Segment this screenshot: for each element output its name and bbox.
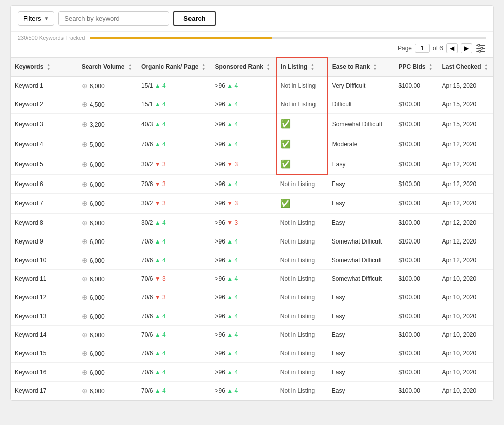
cell-keyword: Keyword 5: [11, 154, 78, 175]
cell-sponsored-rank: >96 ▲ 4: [211, 134, 276, 154]
column-settings-icon[interactable]: [475, 43, 486, 54]
in-listing-check-icon: ✅: [280, 199, 290, 208]
table-row: Keyword 7⊕6,00030/2 ▼ 3>96 ▼ 3✅Easy$100.…: [11, 193, 493, 213]
keywords-table: Keywords ▲▼ Search Volume ▲▼ Organic Ran…: [11, 57, 493, 400]
table-row: Keyword 14⊕6,00070/6 ▲ 4>96 ▲ 4Not in Li…: [11, 325, 493, 344]
cell-sponsored-rank: >96 ▲ 4: [211, 307, 276, 325]
cell-volume: ⊕6,000: [78, 232, 137, 251]
cell-ease-to-rank: Easy: [328, 344, 395, 362]
cell-in-listing: Not in Listing: [276, 232, 328, 251]
sort-icon-organic: ▲▼: [202, 63, 206, 71]
cell-keyword: Keyword 11: [11, 269, 78, 288]
in-listing-check-icon: ✅: [281, 140, 291, 148]
col-header-organic[interactable]: Organic Rank/ Page ▲▼: [137, 57, 211, 77]
cell-volume: ⊕6,000: [78, 288, 137, 307]
organic-rank-change: ▼ 3: [155, 275, 166, 282]
cell-keyword: Keyword 10: [11, 251, 78, 269]
cell-ppc-bids: $100.00: [394, 213, 437, 232]
page-input[interactable]: [415, 44, 430, 53]
cell-volume: ⊕3,200: [78, 114, 137, 134]
keyword-icon[interactable]: ⊕: [82, 160, 88, 168]
cell-last-checked: Apr 10, 2020: [437, 288, 493, 307]
cell-organic-rank: 70/6 ▲ 4: [137, 325, 211, 344]
keyword-icon[interactable]: ⊕: [82, 237, 88, 246]
prev-page-button[interactable]: ◀: [446, 43, 458, 53]
keyword-icon[interactable]: ⊕: [82, 199, 88, 207]
col-header-keywords[interactable]: Keywords ▲▼: [11, 57, 78, 77]
keyword-icon[interactable]: ⊕: [82, 312, 88, 320]
cell-last-checked: Apr 12, 2020: [437, 174, 493, 193]
cell-sponsored-rank: >96 ▲ 4: [211, 77, 276, 95]
next-page-button[interactable]: ▶: [461, 43, 472, 53]
cell-in-listing: Not in Listing: [276, 288, 328, 307]
cell-keyword: Keyword 13: [11, 307, 78, 325]
progress-area: 230/500 Keywords Tracked: [11, 32, 493, 41]
organic-rank-change: ▲ 4: [155, 387, 166, 394]
keyword-icon[interactable]: ⊕: [82, 387, 88, 395]
keyword-icon[interactable]: ⊕: [82, 349, 88, 357]
keyword-icon[interactable]: ⊕: [82, 140, 88, 148]
filter-dropdown[interactable]: Filters ▼: [18, 11, 54, 26]
cell-in-listing: ✅: [276, 114, 328, 134]
not-in-listing-label: Not in Listing: [280, 219, 315, 226]
cell-sponsored-rank: >96 ▲ 4: [211, 174, 276, 193]
cell-volume: ⊕4,500: [78, 95, 137, 114]
col-header-checked[interactable]: Last Checked ▲▼: [437, 57, 493, 77]
table-row: Keyword 12⊕6,00070/6 ▼ 3>96 ▲ 4Not in Li…: [11, 288, 493, 307]
organic-rank-change: ▼ 3: [155, 200, 166, 207]
cell-sponsored-rank: >96 ▼ 3: [211, 193, 276, 213]
cell-organic-rank: 70/6 ▼ 3: [137, 174, 211, 193]
cell-organic-rank: 70/6 ▼ 3: [137, 288, 211, 307]
search-button[interactable]: Search: [173, 11, 215, 26]
col-header-ppc[interactable]: PPC Bids ▲▼: [394, 57, 437, 77]
cell-in-listing: Not in Listing: [276, 251, 328, 269]
cell-organic-rank: 70/6 ▲ 4: [137, 307, 211, 325]
cell-sponsored-rank: >96 ▲ 4: [211, 95, 276, 114]
cell-volume: ⊕6,000: [78, 269, 137, 288]
keyword-icon[interactable]: ⊕: [82, 368, 88, 376]
cell-ppc-bids: $100.00: [394, 134, 437, 154]
organic-rank-change: ▲ 4: [155, 257, 166, 264]
col-header-volume[interactable]: Search Volume ▲▼: [78, 57, 137, 77]
sponsored-rank-change: ▲ 4: [227, 120, 238, 128]
cell-organic-rank: 15/1 ▲ 4: [137, 77, 211, 95]
table-row: Keyword 15⊕6,00070/6 ▲ 4>96 ▲ 4Not in Li…: [11, 344, 493, 362]
keyword-name: Keyword 1: [15, 82, 43, 89]
cell-organic-rank: 30/2 ▼ 3: [137, 154, 211, 175]
keyword-icon[interactable]: ⊕: [82, 82, 88, 90]
keyword-icon[interactable]: ⊕: [82, 275, 88, 283]
sort-icon-keywords: ▲▼: [47, 63, 51, 71]
cell-in-listing: Not in Listing: [276, 362, 328, 381]
cell-ppc-bids: $100.00: [394, 232, 437, 251]
cell-ease-to-rank: Easy: [328, 174, 395, 193]
cell-last-checked: Apr 10, 2020: [437, 362, 493, 381]
organic-rank-change: ▲ 4: [155, 369, 166, 376]
cell-last-checked: Apr 10, 2020: [437, 269, 493, 288]
col-header-ease[interactable]: Ease to Rank ▲▼: [328, 57, 395, 77]
keyword-name: Keyword 4: [15, 141, 43, 148]
keyword-icon[interactable]: ⊕: [82, 331, 88, 339]
keyword-icon[interactable]: ⊕: [82, 120, 88, 128]
organic-rank-change: ▲ 4: [155, 313, 166, 320]
cell-ppc-bids: $100.00: [394, 193, 437, 213]
cell-ppc-bids: $100.00: [394, 251, 437, 269]
keyword-icon[interactable]: ⊕: [82, 219, 88, 227]
cell-keyword: Keyword 1: [11, 77, 78, 95]
cell-in-listing: ✅: [276, 193, 328, 213]
sponsored-rank-change: ▲ 4: [227, 369, 238, 376]
not-in-listing-label: Not in Listing: [280, 369, 315, 376]
search-input[interactable]: [58, 11, 169, 26]
col-header-inlisting[interactable]: In Listing ▲▼: [276, 57, 328, 77]
cell-last-checked: Apr 10, 2020: [437, 344, 493, 362]
keyword-name: Keyword 16: [15, 369, 46, 376]
keyword-icon[interactable]: ⊕: [82, 100, 88, 108]
cell-ease-to-rank: Difficult: [328, 95, 395, 114]
cell-ease-to-rank: Easy: [328, 288, 395, 307]
col-header-sponsored[interactable]: Sponsored Rank ▲▼: [211, 57, 276, 77]
keyword-icon[interactable]: ⊕: [82, 256, 88, 264]
keyword-icon[interactable]: ⊕: [82, 293, 88, 301]
sponsored-rank-change: ▼ 3: [227, 161, 238, 168]
sponsored-rank-change: ▼ 3: [227, 200, 238, 207]
keyword-icon[interactable]: ⊕: [82, 180, 88, 188]
progress-bar-fill: [90, 37, 272, 39]
